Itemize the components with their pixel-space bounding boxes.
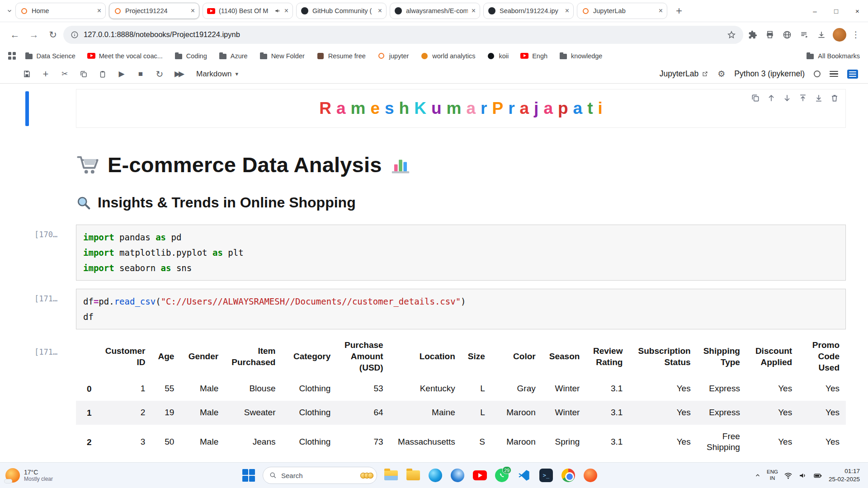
browser-tab[interactable]: Project191224×	[109, 3, 199, 19]
copy-cells-button[interactable]	[74, 67, 93, 81]
profile-avatar[interactable]	[833, 28, 846, 42]
battery-icon[interactable]	[813, 471, 823, 480]
bookmark-item[interactable]: knowledge	[559, 52, 602, 60]
vscode-icon[interactable]	[516, 467, 532, 483]
start-button[interactable]	[241, 467, 257, 483]
chrome-icon[interactable]	[560, 467, 576, 483]
run-all-button[interactable]: ▶▶	[169, 67, 188, 81]
extensions-icon[interactable]	[745, 27, 760, 42]
maximize-button[interactable]: □	[826, 0, 847, 22]
tab-close-button[interactable]: ×	[284, 7, 288, 14]
reading-list-icon[interactable]	[797, 27, 812, 42]
paste-cells-button[interactable]	[93, 67, 112, 81]
back-button[interactable]: ←	[6, 26, 24, 43]
forward-button[interactable]: →	[25, 26, 42, 43]
chevron-down-icon	[6, 8, 13, 14]
translate-icon[interactable]	[779, 27, 795, 42]
browser-tab[interactable]: JupyterLab×	[577, 3, 667, 19]
table-cell: L	[462, 377, 491, 401]
bookmark-item[interactable]: Coding	[175, 52, 207, 60]
new-tab-button[interactable]: +	[672, 5, 686, 17]
all-bookmarks-button[interactable]: All Bookmarks	[806, 52, 860, 60]
file-explorer-icon[interactable]	[383, 467, 399, 483]
terminal-icon[interactable]: >_	[538, 467, 554, 483]
app-orange-icon[interactable]	[582, 467, 599, 483]
table-of-contents-icon[interactable]	[847, 70, 858, 79]
close-window-button[interactable]: ×	[847, 0, 868, 22]
insert-cell-above-icon[interactable]	[798, 94, 807, 103]
tab-close-button[interactable]: ×	[97, 7, 101, 14]
jupyterlab-link[interactable]: JupyterLab	[660, 69, 709, 79]
bookmark-item[interactable]: New Folder	[259, 52, 305, 60]
folder-icon[interactable]	[405, 467, 421, 483]
browser-tab[interactable]: Home×	[15, 3, 106, 19]
edge-icon[interactable]	[427, 467, 443, 483]
table-cell: Yes	[746, 377, 798, 401]
weather-widget[interactable]: 17°C Mostly clear	[5, 468, 53, 483]
site-info-icon[interactable]	[71, 31, 79, 39]
tab-title: (1140) Best Of M	[219, 7, 271, 14]
code-editor[interactable]: df=pd.read_csv("C://Users//ALWAYSRAMESH/…	[76, 289, 846, 329]
tab-close-button[interactable]: ×	[191, 7, 195, 14]
bookmark-item[interactable]: koii	[487, 52, 509, 60]
downloads-icon[interactable]	[814, 27, 829, 42]
youtube-icon[interactable]	[472, 467, 488, 483]
rainbow-letter: K	[414, 99, 426, 118]
bookmark-item[interactable]: Engh	[520, 52, 547, 60]
move-cell-down-icon[interactable]	[783, 94, 792, 103]
bookmark-item[interactable]: jupyter	[377, 52, 409, 60]
cell-type-dropdown[interactable]: Markdown ▾	[196, 70, 238, 79]
taskbar-search[interactable]: Search	[263, 467, 377, 484]
volume-icon[interactable]	[798, 471, 807, 480]
tab-close-button[interactable]: ×	[472, 7, 476, 14]
copilot-icon[interactable]	[449, 467, 466, 483]
print-icon[interactable]	[762, 27, 778, 42]
bookmark-star-icon[interactable]	[727, 30, 736, 39]
save-button[interactable]	[17, 67, 36, 81]
language-indicator[interactable]: ENG IN	[767, 469, 778, 482]
whatsapp-icon[interactable]: 29	[494, 467, 510, 483]
tab-audio-icon[interactable]	[274, 8, 281, 14]
table-cell: S	[462, 425, 491, 460]
insert-cell-below-icon[interactable]	[814, 94, 823, 103]
delete-cell-icon[interactable]	[830, 94, 839, 103]
browser-tab[interactable]: alwaysramesh/E-com×	[390, 3, 480, 19]
browser-tab[interactable]: (1140) Best Of M×	[203, 3, 293, 19]
table-header-cell: Customer ID	[98, 336, 152, 377]
tab-search-button[interactable]	[4, 5, 15, 17]
reload-button[interactable]: ↻	[44, 26, 61, 43]
weather-icon	[5, 468, 20, 483]
cut-cells-button[interactable]: ✂	[55, 67, 74, 81]
notebook-menu-icon[interactable]	[830, 71, 838, 77]
markdown-cell[interactable]: RameshKumarPrajapati	[76, 89, 846, 128]
tab-close-button[interactable]: ×	[565, 7, 569, 14]
duplicate-cell-icon[interactable]	[751, 94, 760, 103]
kernel-name[interactable]: Python 3 (ipykernel)	[734, 69, 805, 79]
tab-close-button[interactable]: ×	[659, 7, 663, 14]
settings-gear-icon[interactable]: ⚙	[717, 69, 725, 79]
github-favicon	[488, 7, 496, 15]
interrupt-kernel-button[interactable]: ■	[131, 67, 150, 81]
wifi-icon[interactable]	[784, 471, 793, 480]
url-omnibox[interactable]: 127.0.0.1:8888/notebooks/Project191224.i…	[63, 26, 743, 44]
move-cell-up-icon[interactable]	[767, 94, 776, 103]
table-cell: 53	[337, 377, 389, 401]
browser-menu-kebab[interactable]: ⋮	[850, 29, 862, 40]
minimize-button[interactable]: –	[804, 0, 826, 22]
restart-kernel-button[interactable]: ↻	[150, 67, 169, 81]
bookmark-item[interactable]: Meet the vocal coac...	[87, 52, 163, 60]
tab-close-button[interactable]: ×	[378, 7, 382, 14]
bookmark-item[interactable]: Azure	[219, 52, 248, 60]
insert-cell-button[interactable]: +	[36, 67, 55, 81]
tray-chevron-icon[interactable]	[755, 472, 761, 479]
github-favicon	[394, 7, 402, 15]
bookmark-item[interactable]: Resume free	[316, 52, 366, 60]
run-cell-button[interactable]: ▶	[112, 67, 131, 81]
bookmark-item[interactable]: Data Science	[25, 52, 75, 60]
browser-tab[interactable]: GitHub Community (×	[296, 3, 387, 19]
code-editor[interactable]: import pandas as pdimport matplotlib.pyp…	[76, 225, 846, 281]
apps-grid-icon[interactable]	[8, 52, 16, 60]
bookmark-item[interactable]: world analytics	[420, 52, 475, 60]
clock-widget[interactable]: 01:17 25-02-2025	[829, 467, 860, 483]
browser-tab[interactable]: Seaborn/191224.ipy×	[483, 3, 574, 19]
